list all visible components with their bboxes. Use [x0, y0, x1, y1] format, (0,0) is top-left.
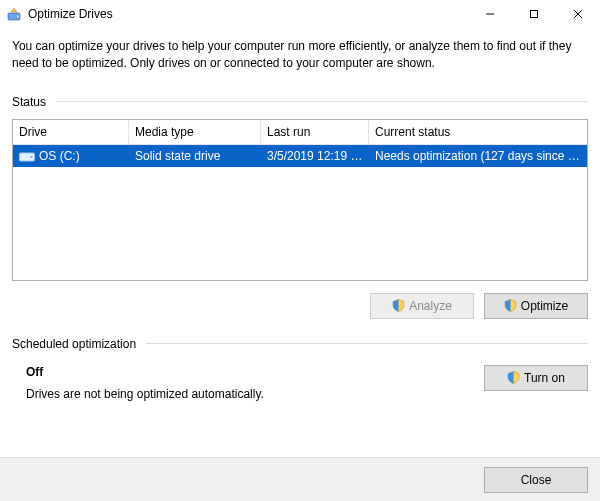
- close-dialog-button[interactable]: Close: [484, 467, 588, 493]
- action-row: Analyze Optimize: [12, 293, 588, 319]
- optimize-label: Optimize: [521, 299, 568, 313]
- schedule-header: Scheduled optimization: [12, 337, 588, 351]
- shield-icon: [504, 299, 517, 312]
- svg-point-7: [31, 156, 33, 158]
- schedule-desc: Drives are not being optimized automatic…: [26, 387, 468, 401]
- minimize-button[interactable]: [468, 0, 512, 28]
- svg-point-1: [17, 16, 19, 18]
- col-header-media[interactable]: Media type: [129, 120, 261, 144]
- intro-text: You can optimize your drives to help you…: [12, 38, 588, 73]
- col-header-drive[interactable]: Drive: [13, 120, 129, 144]
- status-header: Status: [12, 95, 588, 109]
- cell-drive: OS (C:): [39, 149, 80, 163]
- schedule-block: Off Drives are not being optimized autom…: [12, 361, 588, 401]
- optimize-button[interactable]: Optimize: [484, 293, 588, 319]
- divider: [56, 101, 588, 102]
- bottom-bar: Close: [0, 457, 600, 501]
- cell-media: Solid state drive: [129, 145, 261, 167]
- table-row[interactable]: OS (C:) Solid state drive 3/5/2019 12:19…: [13, 145, 587, 167]
- drive-table: Drive Media type Last run Current status…: [12, 119, 588, 281]
- cell-last: 3/5/2019 12:19 PM: [261, 145, 369, 167]
- maximize-button[interactable]: [512, 0, 556, 28]
- analyze-button: Analyze: [370, 293, 474, 319]
- drive-icon: [19, 150, 35, 162]
- turn-on-label: Turn on: [524, 371, 565, 385]
- cell-status: Needs optimization (127 days since last …: [369, 145, 587, 167]
- table-header: Drive Media type Last run Current status: [13, 120, 587, 145]
- analyze-label: Analyze: [409, 299, 452, 313]
- turn-on-button[interactable]: Turn on: [484, 365, 588, 391]
- close-label: Close: [521, 473, 552, 487]
- close-button[interactable]: [556, 0, 600, 28]
- shield-icon: [392, 299, 405, 312]
- app-icon: [6, 6, 22, 22]
- divider: [146, 343, 588, 344]
- svg-rect-3: [531, 11, 538, 18]
- schedule-label: Scheduled optimization: [12, 337, 136, 351]
- col-header-last[interactable]: Last run: [261, 120, 369, 144]
- schedule-state: Off: [26, 365, 468, 379]
- status-label: Status: [12, 95, 46, 109]
- window-title: Optimize Drives: [28, 7, 113, 21]
- col-header-status[interactable]: Current status: [369, 120, 587, 144]
- titlebar: Optimize Drives: [0, 0, 600, 28]
- shield-icon: [507, 371, 520, 384]
